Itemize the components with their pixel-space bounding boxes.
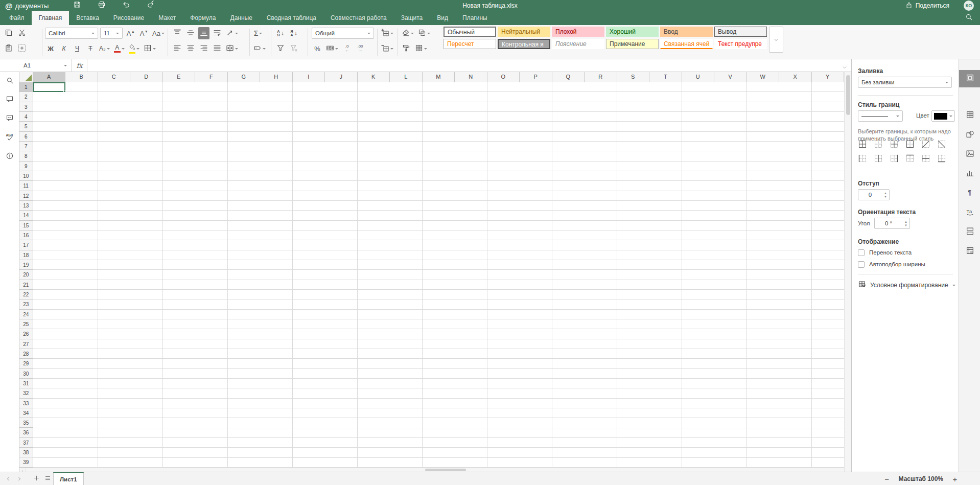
- cell-style-нейтральный[interactable]: Нейтральный: [498, 27, 550, 37]
- table-settings-button[interactable]: [959, 107, 980, 124]
- column-header-K[interactable]: K: [358, 72, 390, 82]
- angle-stepper[interactable]: 0 ° ▲▼: [874, 218, 910, 229]
- row-header-30[interactable]: 30: [19, 369, 33, 379]
- add-sheet-button[interactable]: [31, 472, 42, 485]
- cut-button[interactable]: [16, 27, 28, 39]
- stepper-up-icon[interactable]: ▲: [904, 220, 907, 223]
- change-case-button[interactable]: Аа: [151, 27, 166, 39]
- cell-settings-button[interactable]: [959, 70, 980, 87]
- row-header-22[interactable]: 22: [19, 290, 33, 299]
- named-ranges-button[interactable]: [252, 42, 267, 55]
- row-header-19[interactable]: 19: [19, 260, 33, 270]
- column-header-Q[interactable]: Q: [552, 72, 585, 82]
- percent-style-button[interactable]: %: [312, 42, 323, 55]
- copy-style-button[interactable]: [16, 42, 28, 55]
- spellcheck-button[interactable]: АБВ: [4, 132, 16, 144]
- row-header-5[interactable]: 5: [19, 122, 33, 131]
- horizontal-scrollbar-thumb[interactable]: [425, 469, 466, 471]
- border-inside-button[interactable]: [890, 140, 899, 149]
- format-painter-button[interactable]: [401, 42, 412, 55]
- undo-button[interactable]: [121, 1, 132, 11]
- font-name-combo[interactable]: Calibri: [45, 28, 98, 39]
- tab-главная[interactable]: Главная: [32, 11, 69, 25]
- align-left-button[interactable]: [172, 42, 183, 55]
- clear-filter-button[interactable]: [288, 42, 299, 55]
- row-header-29[interactable]: 29: [19, 359, 33, 368]
- align-middle-button[interactable]: [185, 27, 196, 39]
- insert-cells-button[interactable]: [380, 27, 394, 39]
- border-outside-button[interactable]: [905, 140, 915, 149]
- spreadsheet-cells[interactable]: [33, 82, 845, 468]
- comments-button[interactable]: [4, 94, 16, 106]
- border-right-button[interactable]: [890, 154, 899, 164]
- column-header-S[interactable]: S: [617, 72, 650, 82]
- column-header-M[interactable]: M: [423, 72, 455, 82]
- column-header-U[interactable]: U: [682, 72, 715, 82]
- avatar[interactable]: КО: [964, 1, 974, 11]
- stepper-down-icon[interactable]: ▼: [884, 195, 887, 198]
- search-button[interactable]: [4, 75, 16, 87]
- next-sheet-button[interactable]: [14, 472, 25, 485]
- tab-вид[interactable]: Вид: [430, 11, 455, 25]
- align-justify-button[interactable]: [212, 42, 223, 55]
- style-gallery-more-button[interactable]: [769, 27, 783, 53]
- about-button[interactable]: [4, 151, 16, 163]
- column-header-I[interactable]: I: [293, 72, 325, 82]
- font-size-combo[interactable]: 11: [100, 28, 123, 39]
- tab-файл[interactable]: Файл: [2, 11, 32, 25]
- cell-style-контрольная-я[interactable]: Контрольная я: [498, 39, 550, 49]
- chart-settings-button[interactable]: [959, 165, 980, 182]
- increase-font-button[interactable]: А▴: [125, 27, 136, 39]
- tab-формула[interactable]: Формула: [183, 11, 223, 25]
- row-header-12[interactable]: 12: [19, 191, 33, 201]
- sheet-list-button[interactable]: [42, 472, 53, 485]
- align-bottom-button[interactable]: [198, 27, 209, 39]
- horizontal-scrollbar[interactable]: [19, 468, 844, 472]
- row-header-26[interactable]: 26: [19, 329, 33, 339]
- row-header-24[interactable]: 24: [19, 310, 33, 319]
- row-header-32[interactable]: 32: [19, 388, 33, 398]
- row-header-21[interactable]: 21: [19, 280, 33, 290]
- decrease-decimal-button[interactable]: .0←: [341, 42, 353, 55]
- stepper-up-icon[interactable]: ▲: [884, 192, 887, 195]
- cell-style-ввод[interactable]: Ввод: [660, 27, 713, 37]
- row-header-4[interactable]: 4: [19, 112, 33, 122]
- cell-style-связанная-ячей[interactable]: Связанная ячей: [660, 39, 713, 49]
- border-none-button[interactable]: [874, 140, 883, 149]
- underline-button[interactable]: Ч: [72, 42, 83, 55]
- clear-button[interactable]: [401, 27, 415, 39]
- border-diagonal-down-button[interactable]: [937, 140, 946, 149]
- vertical-scrollbar[interactable]: [844, 72, 851, 472]
- cell-style-текст-предупре[interactable]: Текст предупре: [714, 39, 767, 49]
- column-header-H[interactable]: H: [260, 72, 293, 82]
- formula-input[interactable]: [88, 59, 836, 72]
- zoom-in-button[interactable]: +: [950, 475, 960, 483]
- borders-button[interactable]: [143, 42, 157, 55]
- row-header-16[interactable]: 16: [19, 230, 33, 240]
- tab-данные[interactable]: Данные: [223, 11, 260, 25]
- align-center-button[interactable]: [185, 42, 196, 55]
- delete-cells-button[interactable]: [380, 42, 394, 55]
- cell-style-пояснение[interactable]: Пояснение: [552, 39, 604, 49]
- cell-style-вывод[interactable]: Вывод: [714, 27, 767, 37]
- row-header-34[interactable]: 34: [19, 408, 33, 418]
- row-header-7[interactable]: 7: [19, 142, 33, 151]
- row-header-37[interactable]: 37: [19, 438, 33, 448]
- cell-name-box[interactable]: A1: [19, 59, 72, 72]
- column-header-D[interactable]: D: [130, 72, 163, 82]
- tab-вставка[interactable]: Вставка: [69, 11, 106, 25]
- tab-макет[interactable]: Макет: [151, 11, 183, 25]
- row-header-11[interactable]: 11: [19, 181, 33, 191]
- merge-cells-button[interactable]: [225, 42, 239, 55]
- print-button[interactable]: [96, 1, 107, 11]
- row-header-36[interactable]: 36: [19, 428, 33, 437]
- border-inside-horizontal-button[interactable]: [921, 154, 930, 164]
- column-header-G[interactable]: G: [228, 72, 261, 82]
- border-color-picker[interactable]: [931, 110, 955, 122]
- tab-защита[interactable]: Защита: [394, 11, 430, 25]
- cell-style-обычный[interactable]: Обычный: [444, 27, 496, 37]
- fill-combo[interactable]: Без заливки: [858, 77, 952, 88]
- shape-settings-button[interactable]: [959, 126, 980, 144]
- row-header-33[interactable]: 33: [19, 399, 33, 408]
- decrease-font-button[interactable]: А▾: [138, 27, 149, 39]
